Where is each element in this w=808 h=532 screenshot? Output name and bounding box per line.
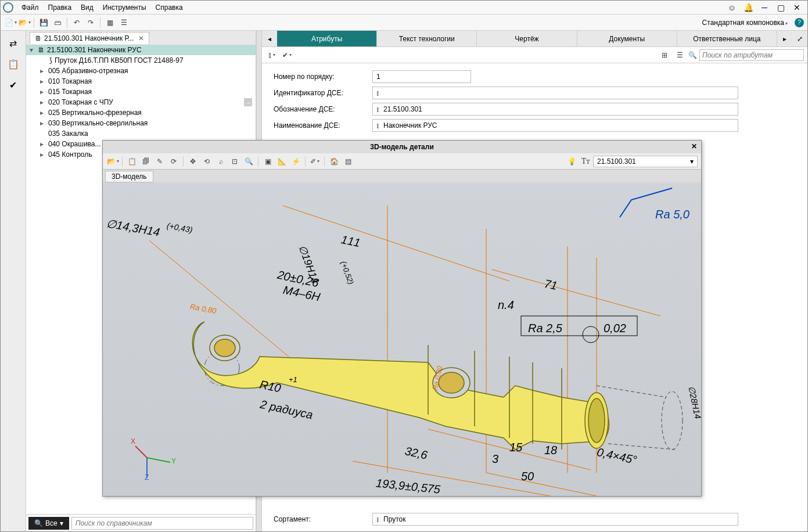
window-minimize-icon[interactable]: ─ — [759, 2, 770, 13]
rail-tree-button[interactable]: ⇄ — [5, 34, 22, 52]
sketch-button[interactable]: ✐ — [308, 155, 321, 168]
copy-button[interactable]: 📋 — [125, 155, 138, 168]
tree-op-label: 030 Вертикально-сверлильная — [48, 119, 148, 127]
tree-op-label: 035 Закалка — [48, 130, 88, 138]
zoom-fit-button[interactable]: ⊡ — [228, 155, 241, 168]
tree-op-item[interactable]: ▸005 Абразивно-отрезная — [26, 66, 256, 76]
menu-view[interactable]: Вид — [76, 2, 98, 13]
search-scope-button[interactable]: 🔍 Все ▾ — [28, 517, 69, 530]
layout-selector[interactable]: Стандартная компоновка — [699, 19, 791, 27]
model-3d-close-icon[interactable]: ✕ — [690, 142, 699, 152]
tree-view-icon[interactable]: ⊞ — [658, 49, 671, 62]
menu-edit[interactable]: Правка — [44, 2, 77, 13]
save-button[interactable]: 💾 — [37, 16, 50, 29]
tab-tech-text[interactable]: Текст технологии — [377, 31, 477, 46]
part-selector[interactable]: 21.5100.301 ▾ — [593, 156, 698, 167]
material-icon: ⟆ — [49, 56, 52, 64]
attr-name-label: Наименование ДСЕ: — [274, 121, 372, 130]
section-button[interactable]: ⚡ — [289, 155, 302, 168]
rail-check-button[interactable]: ✔ — [5, 76, 22, 94]
clipboard-button[interactable]: 🗐 — [139, 155, 152, 168]
tree-expander-icon[interactable]: ▸ — [40, 77, 46, 85]
menu-tools[interactable]: Инструменты — [98, 2, 151, 13]
rotate-button[interactable]: ⟲ — [200, 155, 213, 168]
text-toggle-icon[interactable]: Tт — [579, 155, 592, 168]
model-3d-toolbar: 📂 📋 🗐 ✎ ⟳ ✥ ⟲ ⌕ ⊡ 🔍 ▣ 📐 ⚡ ✐ 🏠 ▤ 💡 Tт — [103, 153, 701, 170]
zoom-window-button[interactable]: ⌕ — [214, 155, 227, 168]
attribute-search-input[interactable] — [699, 49, 804, 61]
view-button[interactable]: ▤ — [342, 155, 354, 168]
model-3d-canvas[interactable]: ∅14,3H14 (+0,43) 111 ∅19H14 (+0,52) 20±0… — [103, 182, 701, 496]
check-filter-button[interactable]: ✔ — [281, 49, 293, 62]
tree-expander-icon[interactable]: ▸ — [40, 67, 46, 75]
tree-expander-icon[interactable]: ▸ — [40, 140, 46, 148]
attr-id-input[interactable]: ⫿ — [372, 87, 738, 99]
go-to-button[interactable]: → — [244, 98, 252, 106]
zoom-button[interactable]: 🔍 — [242, 155, 255, 168]
tab-close-icon[interactable]: ✕ — [138, 34, 144, 42]
bulb-icon[interactable]: 💡 — [565, 155, 578, 168]
tree-expander-icon[interactable]: ▾ — [30, 46, 35, 54]
dim-r10-tol: +1 — [289, 375, 297, 384]
attr-sortament-input[interactable]: ⫿Пруток — [372, 513, 738, 526]
tabs-scroll-left[interactable]: ◂ — [262, 31, 277, 46]
tab-documents[interactable]: Документы — [577, 31, 677, 46]
menu-file[interactable]: Файл — [17, 2, 44, 13]
new-button[interactable]: 📄 — [4, 16, 17, 29]
select-button[interactable]: ▣ — [261, 155, 274, 168]
tool-a-button[interactable]: ▦ — [103, 16, 116, 29]
tree-expander-icon[interactable]: ▸ — [40, 119, 46, 127]
search-input[interactable] — [71, 517, 253, 530]
tree-expander-icon[interactable]: ▸ — [40, 109, 46, 117]
open-model-button[interactable]: 📂 — [106, 155, 119, 168]
model-3d-tab[interactable]: 3D-модель — [105, 171, 153, 182]
tab-attributes[interactable]: Атрибуты — [277, 31, 377, 46]
measure-button[interactable]: 📐 — [275, 155, 288, 168]
search-scope-label: Все — [45, 519, 58, 527]
library-icon: ⫿ — [376, 89, 380, 96]
tab-responsible[interactable]: Ответственные лица — [677, 31, 777, 46]
refresh-button[interactable]: ⟳ — [167, 155, 180, 168]
menubar: Файл Правка Вид Инструменты Справка ☺ 🔔 … — [1, 1, 807, 15]
help-icon[interactable]: ? — [795, 18, 804, 27]
pan-button[interactable]: ✥ — [186, 155, 199, 168]
window-maximize-icon[interactable]: ▢ — [775, 2, 787, 13]
open-button[interactable]: 📂 — [18, 16, 31, 29]
tree-op-label: 020 Токарная с ЧПУ — [48, 98, 113, 106]
edit-button[interactable]: ✎ — [153, 155, 166, 168]
model-3d-titlebar[interactable]: 3D-модель детали ✕ — [103, 141, 701, 153]
tabs-expand-icon[interactable]: ⤢ — [792, 31, 807, 46]
tree-root-item[interactable]: ▾ 🗎 21.5100.301 Наконечник РУС — [26, 45, 256, 55]
tree-material-item[interactable]: ⟆ Пруток Д16.Т.ПП КВ50П ГОСТ 21488-97 — [26, 55, 256, 66]
tree-expander-icon[interactable]: ▸ — [40, 88, 46, 96]
user-icon[interactable]: ☺ — [726, 2, 738, 13]
tabs-scroll-right[interactable]: ▸ — [777, 31, 792, 46]
tool-b-button[interactable]: ☰ — [117, 16, 130, 29]
tree-op-item[interactable]: ▸015 Токарная — [26, 87, 256, 97]
redo-button[interactable]: ↷ — [84, 16, 97, 29]
tree-expander-icon[interactable]: ▸ — [40, 98, 46, 106]
attr-code-input[interactable]: ⫿21.5100.301 — [372, 103, 738, 116]
undo-button[interactable]: ↶ — [70, 16, 83, 29]
tree-op-item[interactable]: ▸020 Токарная с ЧПУ→ — [26, 97, 256, 107]
save-all-button[interactable]: 🗃 — [51, 16, 64, 29]
tree-op-item[interactable]: ▸025 Вертикально-фрезерная — [26, 107, 256, 118]
tree-op-item[interactable]: 035 Закалка — [26, 128, 256, 139]
menu-help[interactable]: Справка — [151, 2, 188, 13]
attr-order-input[interactable]: 1 — [372, 70, 471, 83]
search-bar: 🔍 Все ▾ — [26, 514, 256, 531]
bell-icon[interactable]: 🔔 — [742, 2, 754, 13]
tree-op-item[interactable]: ▸030 Вертикально-сверлильная — [26, 118, 256, 128]
tree-op-item[interactable]: ▸010 Токарная — [26, 76, 256, 87]
attr-name-input[interactable]: ⫿Наконечник РУС — [372, 119, 738, 132]
svg-line-8 — [486, 473, 597, 496]
tab-drawing[interactable]: Чертёж — [477, 31, 577, 46]
list-view-icon[interactable]: ☰ — [673, 49, 686, 62]
document-tab[interactable]: 🗎 21.5100.301 Наконечник Р... ✕ — [30, 32, 149, 44]
home-button[interactable]: 🏠 — [328, 155, 340, 168]
rail-doc-button[interactable]: 📋 — [5, 55, 22, 73]
window-close-icon[interactable]: ✕ — [791, 2, 803, 13]
lib-filter-button[interactable]: ⫿ — [265, 49, 278, 62]
svg-line-13 — [597, 386, 666, 397]
tree-expander-icon[interactable]: ▸ — [40, 150, 46, 159]
